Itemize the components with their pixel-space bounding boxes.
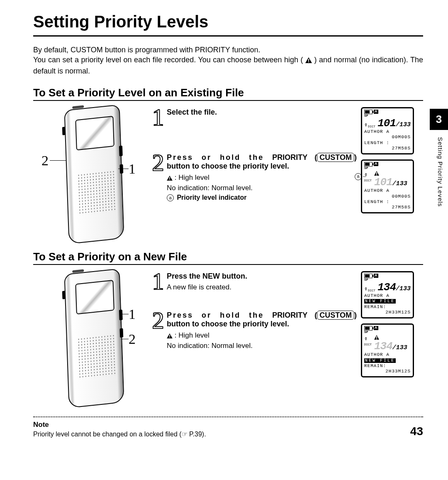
intro-paragraph: By default, CUSTOM button is programmed …	[33, 45, 423, 76]
note-separator	[33, 416, 423, 417]
note-body: Priority level cannot be changed on a lo…	[33, 430, 423, 438]
chapter-tab: 3	[430, 109, 448, 130]
step-a2-priority: PRIORITY	[272, 153, 307, 162]
section-a-body: 2 1 1 Select the file. 2 Press or hold t…	[33, 107, 423, 240]
device-callout-1: 1	[129, 161, 136, 177]
step-number-1: 1	[149, 271, 167, 291]
step-a2-close: )	[354, 153, 357, 162]
lcd-remain: REMAIN:	[364, 363, 411, 369]
mic-dict-icon: 🎙DICT	[364, 338, 374, 346]
svg-rect-8	[376, 336, 377, 338]
lcd-column-a: A SP 🎙DICT 101/133 AUTHOR A 00M00S LENGT…	[361, 107, 423, 240]
lcd-total: /133	[392, 180, 407, 187]
lcd-display-b2: A SP 🎙DICT 134/133 AUTHOR A NEW FILE REM…	[361, 323, 414, 377]
step-a2-pre: Press or hold the	[167, 153, 272, 162]
detail-high: : High level	[175, 174, 209, 181]
step-a2-post: button to choose the priority level.	[167, 162, 289, 170]
lcd-file-num: 101	[377, 117, 396, 130]
mode-a-icon: A	[374, 162, 378, 166]
lcd-time2: 27M58S	[364, 205, 411, 210]
battery-icon	[364, 326, 373, 331]
lcd-author: AUTHOR A	[364, 129, 411, 135]
lcd-time2: 27M58S	[364, 146, 411, 151]
step-a2: 2 Press or hold the PRIORITY (CUSTOM) bu…	[149, 152, 361, 203]
lcd-file-num: 101	[374, 176, 392, 189]
device-callout-1: 1	[129, 306, 136, 322]
lcd-total: /133	[396, 121, 411, 128]
intro-line-1: By default, CUSTOM button is programmed …	[33, 46, 261, 54]
device-callout-2: 2	[129, 331, 136, 347]
lcd-sp: SP	[364, 331, 411, 334]
svg-rect-6	[169, 335, 170, 337]
detail-indicator: Priority level indicator	[175, 194, 247, 201]
lcd-length: LENGTH :	[364, 199, 411, 205]
step-b2-close: )	[354, 311, 357, 319]
chapter-vertical-label: Setting Priority Levels	[436, 137, 444, 207]
lcd-column-b: A SP 🎙DICT 134/133 AUTHOR A NEW FILE REM…	[361, 271, 423, 404]
step-b1: 1 Press the NEW button. A new file is cr…	[149, 271, 361, 291]
detail-high: : High level	[175, 331, 209, 339]
step-a1-text: Select the file.	[167, 108, 217, 116]
mode-a-icon: A	[374, 274, 378, 278]
device-callout-2: 2	[41, 153, 49, 169]
lcd-total: /133	[392, 344, 407, 351]
note-heading: Note	[33, 421, 423, 429]
svg-rect-2	[169, 177, 170, 179]
battery-icon	[364, 110, 373, 114]
battery-icon	[364, 162, 373, 167]
detail-normal: No indication: Normal level.	[167, 341, 357, 351]
priority-icon	[374, 171, 379, 176]
lcd-time1: 00M00S	[364, 194, 411, 199]
intro-line-2a: You can set a priority level on each fil…	[33, 56, 305, 64]
step-number-2: 2	[149, 152, 167, 203]
lcd-display-a1: A SP 🎙DICT 101/133 AUTHOR A 00M00S LENGT…	[361, 107, 414, 154]
custom-button-label: CUSTOM	[317, 311, 354, 320]
step-number-2: 2	[149, 310, 167, 351]
step-a1: 1 Select the file.	[149, 107, 361, 127]
lcd-remain: REMAIN:	[364, 304, 411, 310]
mic-dict-icon: 🎙DICT	[364, 124, 375, 128]
svg-rect-5	[376, 174, 377, 175]
lcd-display-b1: A SP 🎙DICT 134/133 AUTHOR A NEW FILE REM…	[361, 271, 414, 318]
lcd-time: 2H33M12S	[364, 369, 411, 374]
step-b2-post: button to choose the priority level.	[167, 320, 289, 328]
annotation-a-icon: a	[355, 173, 362, 180]
priority-icon	[374, 335, 379, 340]
lcd-display-a2: a─ A SP 🎙DICT 101/133 AUTHOR A 00M00S LE…	[361, 159, 414, 213]
lcd-newfile: NEW FILE	[364, 358, 396, 363]
custom-button-label: CUSTOM	[317, 153, 354, 162]
step-b1-text-c: button.	[220, 272, 247, 280]
lcd-length: LENGTH :	[364, 140, 411, 146]
step-b1-new: NEW	[202, 272, 220, 280]
device-illustration-a: 2 1	[33, 107, 149, 240]
lcd-newfile: NEW FILE	[364, 299, 396, 304]
svg-rect-3	[169, 179, 170, 180]
warning-icon	[167, 174, 173, 184]
battery-icon	[364, 274, 373, 278]
step-b1-text-a: Press the	[167, 272, 202, 280]
step-b2-priority: PRIORITY	[272, 311, 307, 319]
page-title: Setting Priority Levels	[33, 12, 423, 31]
svg-rect-4	[376, 172, 377, 174]
lcd-author: AUTHOR A	[364, 293, 411, 299]
section-a-rule	[33, 100, 423, 101]
lcd-author: AUTHOR A	[364, 352, 411, 358]
section-a-heading: To Set a Priority Level on an Existing F…	[33, 86, 423, 99]
lcd-author: AUTHOR A	[364, 188, 411, 193]
svg-rect-9	[376, 338, 377, 339]
title-rule	[33, 35, 423, 37]
section-b-body: 1 2 1 Press the NEW button. A new file i…	[33, 271, 423, 404]
lcd-file-num: 134	[377, 281, 396, 294]
mic-dict-icon: 🎙DICT	[364, 288, 375, 292]
step-number-1: 1	[149, 107, 167, 127]
warning-icon	[305, 56, 312, 66]
device-illustration-b: 1 2	[33, 271, 149, 404]
section-b-heading: To Set a Priority on a New File	[33, 250, 423, 263]
lcd-time1: 00M00S	[364, 135, 411, 140]
page-number: 43	[410, 425, 423, 438]
svg-rect-7	[169, 337, 170, 338]
lcd-file-num: 134	[374, 340, 392, 353]
step-b1-detail: A new file is created.	[167, 283, 231, 291]
lcd-time: 2H33M12S	[364, 310, 411, 315]
mode-a-icon: A	[374, 110, 378, 114]
